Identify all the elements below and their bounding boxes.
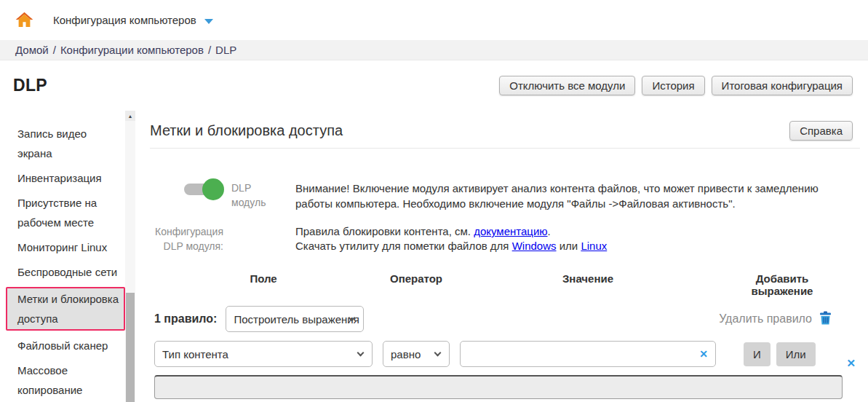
chevron-down-icon <box>357 350 365 357</box>
field-select-value: Тип контента <box>162 348 228 360</box>
dlp-config-label: Конфигурация DLP модуля: <box>150 224 295 253</box>
chevron-down-icon <box>434 350 442 357</box>
breadcrumb-home-link[interactable]: Домой <box>15 44 49 56</box>
value-input[interactable] <box>460 341 716 367</box>
linux-utility-link[interactable]: Linux <box>581 240 607 252</box>
computers-config-menu[interactable]: Конфигурация компьютеров <box>53 14 213 26</box>
sidebar-scrollbar[interactable]: ▲ <box>125 111 135 402</box>
sidebar-item-screen-video-recording[interactable]: Запись видео экрана <box>17 124 119 163</box>
windows-utility-link[interactable]: Windows <box>512 240 557 252</box>
rules-text: Правила блокировки контента, см. <box>295 225 474 237</box>
expression-join-buttons: И Или <box>726 342 860 366</box>
and-button[interactable]: И <box>744 342 771 366</box>
rule-expression-row: Тип контента равно ✕ И Или ✕ <box>150 341 860 367</box>
home-icon[interactable] <box>15 10 34 30</box>
caret-down-icon <box>204 19 213 24</box>
section-title: Метки и блокировка доступа <box>150 122 343 139</box>
sidebar-item-wireless-networks[interactable]: Беспроводные сети <box>17 262 119 282</box>
scrollbar-thumb[interactable] <box>126 293 135 402</box>
breadcrumb-configs-link[interactable]: Конфигурации компьютеров <box>60 44 204 56</box>
documentation-link[interactable]: документацию <box>474 225 547 237</box>
or-button[interactable]: Или <box>776 342 816 366</box>
delete-rule-button[interactable]: Удалить правило <box>719 310 833 328</box>
breadcrumb-current: DLP <box>215 44 236 56</box>
scroll-up-arrow-icon[interactable]: ▲ <box>125 111 135 121</box>
dlp-module-label: DLP модуль <box>231 181 271 210</box>
rule-type-select-value: Построитель выражения <box>234 313 359 326</box>
page-actions: Отключить все модули История Итоговая ко… <box>499 76 853 95</box>
rule-number-label: 1 правило: <box>154 312 217 326</box>
operator-select-value: равно <box>391 348 421 360</box>
dlp-module-row: DLP модуль Внимание! Включение модуля ак… <box>150 181 860 211</box>
breadcrumb-separator: / <box>53 44 56 56</box>
rule-table-header: Поле Оператор Значение Добавить выражени… <box>150 272 860 297</box>
field-select[interactable]: Тип контента <box>154 341 373 367</box>
dlp-module-toggle[interactable] <box>184 184 222 195</box>
history-button[interactable]: История <box>642 76 704 95</box>
dlp-toggle-cell: DLP модуль <box>150 181 295 211</box>
sidebar-item-file-scanner[interactable]: Файловый сканер <box>17 336 119 355</box>
rule-type-select[interactable]: Построитель выражения <box>226 306 364 332</box>
disable-all-modules-button[interactable]: Отключить все модули <box>499 76 635 95</box>
column-operator: Оператор <box>383 272 450 297</box>
column-add-expression: Добавить выражение <box>726 272 860 297</box>
value-input-wrap: ✕ <box>460 341 716 367</box>
rules-text-suffix: . <box>548 225 551 237</box>
main-panel: Метки и блокировка доступа Справка DLP м… <box>150 111 860 402</box>
final-configuration-button[interactable]: Итоговая конфигурация <box>712 76 853 95</box>
delete-rule-label: Удалить правило <box>719 312 812 326</box>
module-sidebar: Запись видео экрана Инвентаризация Прису… <box>0 111 125 402</box>
sidebar-item-labels-access-blocking[interactable]: Метки и блокировка доступа <box>6 287 125 331</box>
sidebar-item-linux-monitoring[interactable]: Мониторинг Linux <box>17 237 119 257</box>
dlp-warning-text: Внимание! Включение модуля активирует ан… <box>295 181 860 211</box>
trash-icon[interactable] <box>818 310 833 328</box>
sidebar-item-workplace-presence[interactable]: Присутствие на рабочем месте <box>17 193 119 232</box>
dlp-config-row: Конфигурация DLP модуля: Правила блокиро… <box>150 224 860 253</box>
column-value: Значение <box>460 272 716 297</box>
rule-summary-area <box>154 375 843 399</box>
sidebar-item-inventory[interactable]: Инвентаризация <box>17 168 119 188</box>
section-header: Метки и блокировка доступа Справка <box>150 111 860 149</box>
page-title: DLP <box>13 76 47 95</box>
dlp-config-links: Правила блокировки контента, см. докумен… <box>295 224 860 253</box>
breadcrumb: Домой / Конфигурации компьютеров / DLP <box>0 40 868 60</box>
clear-input-icon[interactable]: ✕ <box>699 348 708 360</box>
sidebar-item-mass-copying[interactable]: Массовое копирование <box>17 360 119 400</box>
toggle-knob <box>202 178 224 200</box>
utility-text: Скачать утилиту для пометки файлов для <box>295 240 512 252</box>
page-header: DLP Отключить все модули История Итогова… <box>0 60 868 111</box>
utility-text-middle: или <box>557 240 581 252</box>
rule-meta-row: 1 правило: Построитель выражения Удалить… <box>150 306 860 332</box>
column-field: Поле <box>154 272 373 297</box>
content-area: Запись видео экрана Инвентаризация Прису… <box>0 111 868 402</box>
breadcrumb-separator: / <box>208 44 211 56</box>
operator-select[interactable]: равно <box>383 341 450 367</box>
top-navbar: Конфигурация компьютеров <box>0 0 868 40</box>
computers-config-menu-label: Конфигурация компьютеров <box>53 14 196 26</box>
remove-expression-icon[interactable]: ✕ <box>846 357 856 370</box>
help-button[interactable]: Справка <box>789 121 853 141</box>
